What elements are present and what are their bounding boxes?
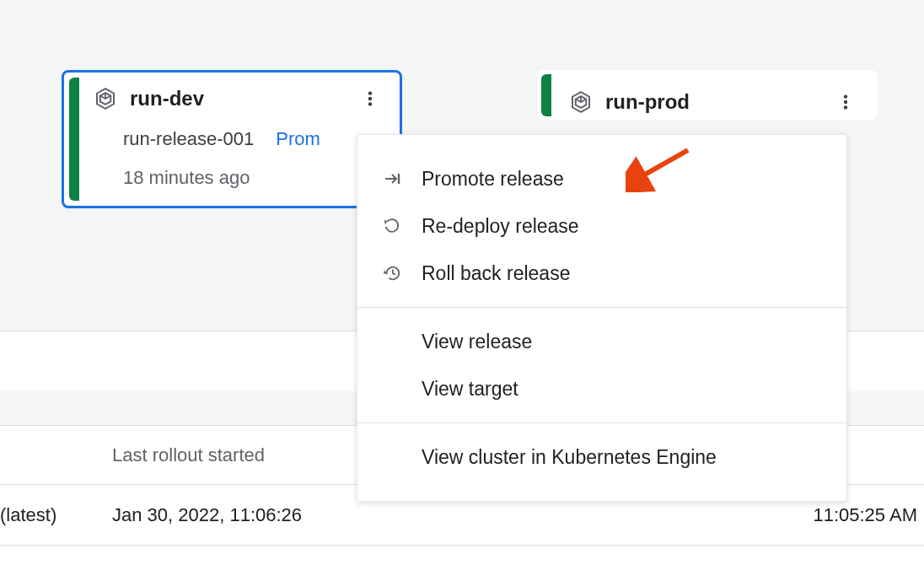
more-vert-icon bbox=[836, 93, 855, 111]
menu-item-label: Roll back release bbox=[422, 262, 570, 285]
redeploy-icon bbox=[383, 217, 401, 235]
release-name: run-release-001 bbox=[123, 128, 254, 150]
menu-divider bbox=[357, 422, 846, 423]
cell-started-time: Jan 30, 2022, 11:06:26 bbox=[112, 504, 753, 526]
menu-item-label: Promote release bbox=[422, 168, 564, 191]
age-text: 18 minutes ago bbox=[123, 167, 386, 189]
stage-card-run-dev[interactable]: run-dev run-release-001 Prom 18 minutes … bbox=[62, 70, 402, 208]
stage-title: run-prod bbox=[605, 90, 830, 114]
more-actions-button[interactable] bbox=[830, 86, 862, 118]
svg-point-2 bbox=[368, 102, 372, 105]
svg-point-1 bbox=[368, 97, 372, 100]
menu-item-rollback-release[interactable]: Roll back release bbox=[357, 250, 846, 297]
menu-item-redeploy-release[interactable]: Re-deploy release bbox=[357, 202, 846, 250]
promote-link[interactable]: Prom bbox=[276, 128, 320, 150]
more-actions-button[interactable] bbox=[354, 83, 386, 115]
cell-right-time: 11:05:25 AM bbox=[753, 504, 924, 526]
menu-item-label: Re-deploy release bbox=[422, 215, 579, 238]
menu-divider bbox=[357, 307, 846, 308]
svg-point-5 bbox=[844, 105, 847, 109]
promote-icon bbox=[383, 169, 403, 189]
menu-item-promote-release[interactable]: Promote release bbox=[357, 155, 846, 202]
cell-latest-tag: (latest) bbox=[0, 504, 112, 526]
actions-menu: Promote release Re-deploy release Roll b… bbox=[357, 134, 847, 502]
table-row bbox=[0, 545, 924, 565]
menu-item-view-release[interactable]: View release bbox=[357, 318, 846, 365]
status-bar-success bbox=[69, 78, 79, 201]
menu-item-label: View target bbox=[422, 378, 518, 401]
stage-card-run-prod[interactable]: run-prod bbox=[537, 70, 878, 121]
stage-title: run-dev bbox=[130, 87, 354, 110]
cube-icon bbox=[568, 89, 594, 115]
status-bar-success bbox=[541, 74, 551, 116]
more-vert-icon bbox=[361, 89, 379, 108]
svg-point-3 bbox=[844, 94, 847, 98]
menu-item-label: View release bbox=[422, 331, 532, 353]
menu-item-view-cluster[interactable]: View cluster in Kubernetes Engine bbox=[357, 433, 846, 481]
cube-icon bbox=[93, 86, 118, 111]
svg-point-4 bbox=[844, 100, 847, 104]
menu-item-view-target[interactable]: View target bbox=[357, 365, 846, 412]
svg-point-0 bbox=[368, 91, 372, 94]
rollback-icon bbox=[383, 264, 401, 282]
menu-item-label: View cluster in Kubernetes Engine bbox=[422, 446, 717, 469]
